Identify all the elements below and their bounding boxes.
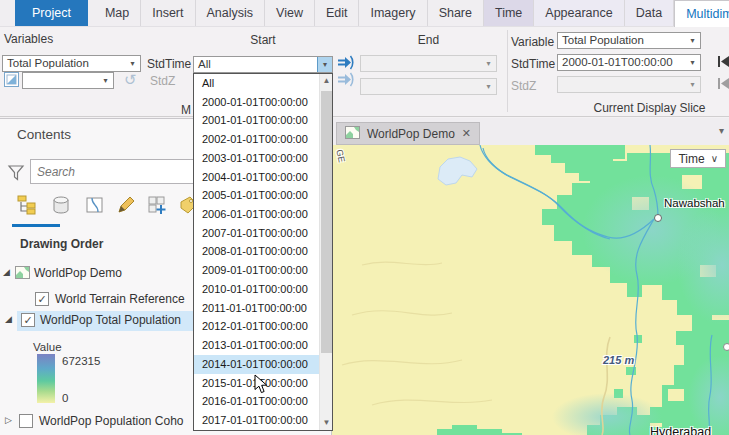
- ribbon-multidimensional: Variables Start End Total Population ▾ S…: [0, 27, 729, 117]
- ribbon-tab[interactable]: Insert: [141, 0, 195, 26]
- mouse-cursor-icon: [254, 374, 268, 397]
- ribbon-tab[interactable]: Time: [484, 0, 534, 26]
- contents-title: Contents: [17, 127, 71, 142]
- ribbon-tab[interactable]: Imagery: [359, 0, 427, 26]
- map-elevation-label: 215 m: [603, 354, 634, 366]
- variables-combobox[interactable]: Total Population ▾: [2, 55, 141, 72]
- map-tab-strip: WorldPop Demo ✕ ▾: [332, 118, 729, 145]
- ribbon-tab[interactable]: Project: [15, 0, 88, 26]
- stdtime-label: StdTime: [147, 57, 191, 71]
- layer-label[interactable]: World Terrain Reference: [55, 292, 185, 306]
- current-stdz-combobox[interactable]: ▾: [557, 76, 701, 93]
- end-stdz-combobox[interactable]: ▾: [360, 78, 497, 95]
- undo-icon[interactable]: ↺: [124, 71, 137, 89]
- scroll-up-icon[interactable]: ▲: [320, 74, 333, 88]
- tree-expand-icon[interactable]: ◢: [5, 314, 12, 324]
- left-group-caption: M: [180, 103, 192, 117]
- dropdown-item[interactable]: 2003-01-01T00:00:00: [194, 149, 319, 168]
- map-tab-title: WorldPop Demo: [367, 127, 455, 141]
- dropdown-arrow-icon[interactable]: ▾: [98, 73, 113, 88]
- dropdown-item[interactable]: 2002-01-01T00:00:00: [194, 130, 319, 149]
- step-backward-icon[interactable]: [718, 55, 729, 68]
- current-display-slice-caption: Current Display Slice: [557, 101, 729, 115]
- filter-icon[interactable]: [7, 164, 25, 182]
- map-canvas[interactable]: Nawabshah 215 m Hyderabad GE Time ∨: [332, 145, 729, 435]
- map-view: WorldPop Demo ✕ ▾: [332, 118, 729, 435]
- template-icon[interactable]: [4, 72, 19, 87]
- snapping-icon[interactable]: [144, 192, 170, 218]
- current-stdtime-value: 2000-01-01T00:00:00: [562, 56, 673, 68]
- ribbon-tab[interactable]: Map: [94, 0, 141, 26]
- dropdown-item[interactable]: 2014-01-01T00:00:00: [194, 355, 319, 374]
- toolbar-selection-underline: [12, 224, 60, 227]
- current-variable-combobox[interactable]: Total Population ▾: [557, 32, 701, 49]
- map-city-label: Nawabshah: [664, 197, 725, 209]
- map-city2-label: Hyderabad: [650, 425, 711, 435]
- stdz-label: StdZ: [150, 74, 175, 88]
- dropdown-scrollbar[interactable]: ▲ ▼: [319, 74, 332, 430]
- current-variable-label: Variable: [511, 35, 554, 49]
- dropdown-item[interactable]: 2007-01-01T00:00:00: [194, 224, 319, 243]
- checkbox-checked[interactable]: ✓: [35, 292, 49, 306]
- data-source-icon[interactable]: [48, 192, 74, 218]
- ribbon-tabs: ProjectMapInsertAnalysisViewEditImageryS…: [15, 0, 729, 26]
- ribbon-tab[interactable]: Analysis: [196, 0, 266, 26]
- current-stdtime-combobox[interactable]: 2000-01-01T00:00:00 ▾: [557, 54, 701, 71]
- caret-down-icon[interactable]: ▾: [719, 125, 724, 136]
- variables-value: Total Population: [7, 57, 89, 69]
- dropdown-arrow-icon[interactable]: ▾: [125, 56, 140, 71]
- selection-icon[interactable]: [82, 192, 108, 218]
- start-header: Start: [193, 33, 333, 47]
- chevron-down-icon: ∨: [711, 153, 718, 164]
- checkbox-unchecked[interactable]: [19, 414, 33, 428]
- end-stdtime-combobox[interactable]: ▾: [360, 55, 497, 72]
- dropdown-item[interactable]: 2009-01-01T00:00:00: [194, 261, 319, 280]
- legend-title: Value: [33, 341, 62, 353]
- dropdown-item[interactable]: 2008-01-01T00:00:00: [194, 242, 319, 261]
- tree-collapse-icon[interactable]: ▷: [5, 415, 12, 425]
- dropdown-item[interactable]: 2006-01-01T00:00:00: [194, 205, 319, 224]
- apply-start-arrow-icon[interactable]: [337, 55, 354, 70]
- layer-label[interactable]: WorldPop Total Population: [40, 313, 181, 327]
- ribbon-tab[interactable]: Data: [625, 0, 674, 26]
- group-divider: [507, 30, 508, 112]
- ribbon-tab[interactable]: Share: [428, 0, 484, 26]
- map-view-tab[interactable]: WorldPop Demo ✕: [336, 122, 480, 145]
- close-icon[interactable]: ✕: [462, 127, 471, 140]
- editing-icon[interactable]: [113, 192, 139, 218]
- drawing-order-icon[interactable]: [14, 192, 40, 218]
- dropdown-arrow-icon[interactable]: ▾: [685, 33, 700, 48]
- dropdown-item[interactable]: 2010-01-01T00:00:00: [194, 280, 319, 299]
- start-stdtime-combobox[interactable]: All ▾: [193, 56, 333, 73]
- apply-end-arrow-icon[interactable]: [337, 72, 354, 87]
- ribbon-tab[interactable]: Appearance: [534, 0, 624, 26]
- layer-label[interactable]: WorldPop Demo: [34, 266, 122, 280]
- legend-min-value: 0: [62, 392, 68, 404]
- ribbon-tab[interactable]: View: [265, 0, 315, 26]
- map-graphic: [332, 145, 729, 435]
- dropdown-item[interactable]: 2001-01-01T00:00:00: [194, 111, 319, 130]
- dropdown-item[interactable]: 2000-01-01T00:00:00: [194, 93, 319, 112]
- ribbon-tab[interactable]: Edit: [315, 0, 360, 26]
- current-stdz-label: StdZ: [511, 79, 536, 93]
- dropdown-arrow-icon[interactable]: ▾: [317, 57, 332, 72]
- dropdown-item[interactable]: 2013-01-01T00:00:00: [194, 336, 319, 355]
- dropdown-arrow-icon[interactable]: ▾: [685, 55, 700, 70]
- tree-expand-icon[interactable]: ◢: [3, 267, 10, 277]
- arcgis-pro-window: ProjectMapInsertAnalysisViewEditImageryS…: [0, 0, 729, 435]
- scrollbar-thumb[interactable]: [321, 91, 332, 353]
- scroll-down-icon[interactable]: ▼: [320, 416, 333, 430]
- start-stdtime-value: All: [198, 58, 211, 70]
- dropdown-item[interactable]: 2004-01-01T00:00:00: [194, 168, 319, 187]
- dropdown-item[interactable]: 2017-01-01T00:00:00: [194, 411, 319, 430]
- dropdown-arrow-icon: ▾: [481, 79, 496, 94]
- dropdown-item[interactable]: 2011-01-01T00:00:00: [194, 299, 319, 318]
- checkbox-checked[interactable]: ✓: [21, 313, 35, 327]
- dropdown-item[interactable]: 2012-01-01T00:00:00: [194, 317, 319, 336]
- dropdown-item[interactable]: 2005-01-01T00:00:00: [194, 186, 319, 205]
- layer-label[interactable]: WorldPop Population Coho: [39, 414, 184, 428]
- ribbon-tab[interactable]: Multidimensional: [674, 0, 729, 27]
- stdz-combobox[interactable]: ▾: [22, 72, 114, 89]
- dropdown-item[interactable]: All: [194, 74, 319, 93]
- time-dropdown-button[interactable]: Time ∨: [670, 149, 726, 168]
